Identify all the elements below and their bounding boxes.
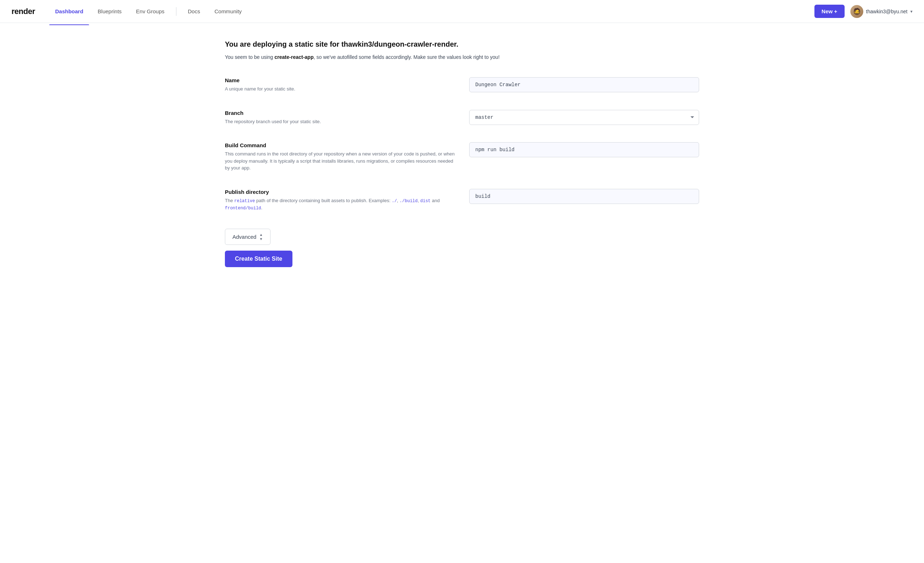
name-hint: A unique name for your static site. xyxy=(225,85,455,93)
repo-name: thawkin3/dungeon-crawler-render. xyxy=(341,40,458,48)
name-input[interactable] xyxy=(469,77,699,92)
navbar-right: New + 🧔 thawkin3@byu.net ▾ xyxy=(814,4,912,18)
nav-item-docs[interactable]: Docs xyxy=(182,5,206,17)
advanced-button[interactable]: Advanced ▲ ▼ xyxy=(225,229,270,245)
nav-divider xyxy=(176,7,176,16)
avatar: 🧔 xyxy=(850,5,863,18)
user-email: thawkin3@byu.net xyxy=(866,9,908,14)
navbar: render Dashboard Blueprints Env Groups D… xyxy=(0,0,924,23)
publish-dir-label: Publish directory xyxy=(225,189,455,195)
nav-item-dashboard[interactable]: Dashboard xyxy=(49,5,89,17)
branch-label-section: Branch The repository branch used for yo… xyxy=(225,110,469,125)
publish-dir-hint: The relative path of the directory conta… xyxy=(225,197,455,211)
branch-input-section: master main develop xyxy=(469,110,699,125)
build-command-input-section xyxy=(469,142,699,157)
nav-item-community[interactable]: Community xyxy=(209,5,248,17)
updown-icon: ▲ ▼ xyxy=(260,233,263,241)
build-command-label: Build Command xyxy=(225,142,455,148)
nav-item-env-groups[interactable]: Env Groups xyxy=(130,5,170,17)
advanced-label: Advanced xyxy=(232,234,256,240)
name-field-row: Name A unique name for your static site. xyxy=(225,77,699,93)
publish-dir-field-row: Publish directory The relative path of t… xyxy=(225,189,699,211)
build-command-field-row: Build Command This command runs in the r… xyxy=(225,142,699,172)
actions-section: Advanced ▲ ▼ Create Static Site xyxy=(225,229,699,267)
main-content: You are deploying a static site for thaw… xyxy=(210,23,714,284)
publish-dir-input-section xyxy=(469,189,699,204)
example-code-1: ./ xyxy=(392,199,397,204)
name-input-section xyxy=(469,77,699,92)
branch-label: Branch xyxy=(225,110,455,116)
name-label: Name xyxy=(225,77,455,83)
chevron-down-icon: ▾ xyxy=(910,9,912,14)
build-command-hint: This command runs in the root directory … xyxy=(225,150,455,172)
example-code-3: dist xyxy=(420,199,431,204)
relative-code: relative xyxy=(234,199,255,204)
nav-links: Dashboard Blueprints Env Groups Docs Com… xyxy=(49,5,814,17)
tool-name: create-react-app xyxy=(274,54,314,60)
branch-select[interactable]: master main develop xyxy=(469,110,699,125)
name-label-section: Name A unique name for your static site. xyxy=(225,77,469,93)
branch-field-row: Branch The repository branch used for yo… xyxy=(225,110,699,125)
publish-dir-label-section: Publish directory The relative path of t… xyxy=(225,189,469,211)
publish-dir-input[interactable] xyxy=(469,189,699,204)
user-menu[interactable]: 🧔 thawkin3@byu.net ▾ xyxy=(850,5,912,18)
page-subtitle: You seem to be using create-react-app, s… xyxy=(225,54,699,60)
example-code-2: ./build xyxy=(399,199,417,204)
nav-item-blueprints[interactable]: Blueprints xyxy=(92,5,128,17)
branch-hint: The repository branch used for your stat… xyxy=(225,118,455,125)
new-button[interactable]: New + xyxy=(814,4,844,18)
build-command-label-section: Build Command This command runs in the r… xyxy=(225,142,469,172)
frontend-build-code: frontend/build xyxy=(225,206,261,211)
brand-logo[interactable]: render xyxy=(12,7,35,16)
create-static-site-button[interactable]: Create Static Site xyxy=(225,251,292,267)
page-title: You are deploying a static site for thaw… xyxy=(225,40,699,48)
build-command-input[interactable] xyxy=(469,142,699,157)
